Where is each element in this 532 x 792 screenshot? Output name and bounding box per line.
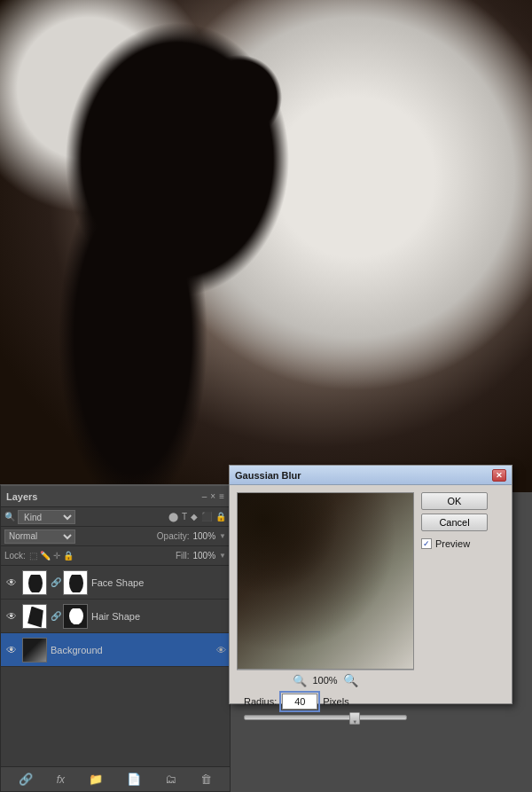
opacity-label: Opacity: [157, 531, 190, 541]
preview-checkbox[interactable]: ✓ [421, 538, 432, 549]
preview-image [238, 493, 413, 669]
layers-panel-minimize[interactable]: – [202, 491, 207, 501]
fill-label: Fill: [176, 551, 190, 561]
search-icon: 🔍 [4, 512, 15, 521]
dialog-close-button[interactable]: ✕ [492, 469, 506, 482]
dialog-title: Gaussian Blur [235, 470, 301, 481]
pixels-label: Pixels [323, 696, 348, 707]
dialog-right-panel: OK Cancel ✓ Preview [421, 492, 501, 725]
eye-icon-background[interactable]: 👁 [4, 643, 19, 657]
filter-pixel-icon[interactable]: ⬤ [168, 512, 178, 521]
fx-icon[interactable]: fx [57, 773, 65, 786]
dialog-preview-canvas [237, 492, 414, 670]
layers-header-icons: – × ≡ [202, 491, 224, 501]
layer-row-face-shape[interactable]: 👁 🔗 Face Shape [1, 566, 230, 600]
layer-mask-face-shape [63, 570, 88, 595]
lock-all-icon[interactable]: 🔒 [63, 551, 74, 561]
lock-icons: ⬚ ✏️ ✛ 🔒 [29, 551, 74, 561]
slider-row [237, 713, 414, 725]
canvas-image [0, 0, 532, 492]
zoom-value: 100% [312, 675, 337, 686]
dialog-body: 🔍 100% 🔍 Radius: Pixels OK Cancel [230, 485, 512, 733]
folder-icon[interactable]: 🗂 [165, 772, 176, 786]
lock-row: Lock: ⬚ ✏️ ✛ 🔒 Fill: 100% ▼ [1, 546, 230, 566]
layer-name-face-shape: Face Shape [91, 577, 226, 588]
fill-arrow: ▼ [219, 552, 226, 560]
filter-smart-icon[interactable]: 🔒 [215, 512, 226, 521]
layers-panel-title: Layers [6, 491, 37, 502]
radius-input[interactable] [282, 694, 317, 710]
preview-checkbox-row: ✓ Preview [421, 538, 501, 549]
link-icon-hair-shape: 🔗 [51, 611, 59, 621]
layer-name-background: Background [51, 645, 213, 655]
layer-thumb-background [22, 638, 47, 663]
ok-button[interactable]: OK [421, 492, 488, 510]
zoom-in-icon[interactable]: 🔍 [343, 673, 358, 687]
filter-type-icon[interactable]: ◆ [191, 512, 198, 521]
layer-mask-hair-shape [63, 604, 88, 629]
opacity-arrow: ▼ [219, 532, 226, 540]
new-group-icon[interactable]: 📁 [89, 772, 103, 786]
lock-transparent-icon[interactable]: ⬚ [29, 551, 37, 561]
cancel-button[interactable]: Cancel [421, 514, 488, 531]
link-icon-face-shape: 🔗 [51, 577, 59, 587]
delete-layer-icon[interactable]: 🗑 [200, 772, 212, 786]
layer-thumb-face-shape [22, 570, 47, 595]
lock-pixels-icon[interactable]: ✏️ [40, 551, 51, 561]
eye-icon-face-shape[interactable]: 👁 [4, 576, 19, 590]
link-layers-icon[interactable]: 🔗 [19, 772, 33, 786]
preview-label: Preview [435, 538, 470, 549]
new-layer-icon[interactable]: 📄 [127, 772, 141, 786]
filter-icons: ⬤ T ◆ ⬛ 🔒 [168, 512, 226, 521]
zoom-bar: 🔍 100% 🔍 [237, 670, 414, 690]
dialog-titlebar: Gaussian Blur ✕ [230, 466, 512, 485]
zoom-out-icon[interactable]: 🔍 [293, 674, 307, 687]
kind-select[interactable]: Kind [18, 510, 75, 524]
layer-thumb-hair-shape [22, 604, 47, 629]
radius-slider-thumb[interactable] [349, 712, 360, 725]
fill-value[interactable]: 100% [193, 551, 216, 561]
layers-panel-header: Layers – × ≡ [1, 486, 230, 507]
layers-panel: Layers – × ≡ 🔍 Kind ⬤ T ◆ ⬛ 🔒 Normal Opa… [0, 484, 231, 792]
layer-row-hair-shape[interactable]: 👁 🔗 Hair Shape [1, 600, 230, 633]
layers-panel-close[interactable]: × [210, 491, 215, 501]
layers-list: 👁 🔗 Face Shape 👁 🔗 Hair Shape 👁 Backgrou… [1, 566, 230, 672]
radius-row: Radius: Pixels [237, 690, 414, 713]
gaussian-blur-dialog: Gaussian Blur ✕ 🔍 100% 🔍 Radius: Pixels [229, 465, 512, 704]
opacity-value[interactable]: 100% [193, 531, 216, 541]
layers-bottom-toolbar: 🔗 fx 📁 📄 🗂 🗑 [1, 766, 230, 791]
layer-name-hair-shape: Hair Shape [91, 611, 226, 622]
filter-shape-icon[interactable]: ⬛ [201, 512, 212, 521]
canvas-area [0, 0, 532, 492]
layers-kind-row: 🔍 Kind ⬤ T ◆ ⬛ 🔒 [1, 507, 230, 527]
blend-mode-select[interactable]: Normal [4, 529, 75, 544]
lock-label: Lock: [4, 551, 26, 561]
radius-slider-track[interactable] [244, 715, 407, 720]
layer-background-visibility-icon: 👁 [216, 645, 226, 655]
radius-label: Radius: [244, 696, 277, 707]
layer-row-background[interactable]: 👁 Background 👁 [1, 633, 230, 667]
layers-panel-menu[interactable]: ≡ [219, 491, 224, 501]
filter-adjustment-icon[interactable]: T [182, 512, 187, 521]
lock-position-icon[interactable]: ✛ [53, 551, 60, 561]
blend-mode-row: Normal Opacity: 100% ▼ [1, 527, 230, 546]
eye-icon-hair-shape[interactable]: 👁 [4, 609, 19, 623]
